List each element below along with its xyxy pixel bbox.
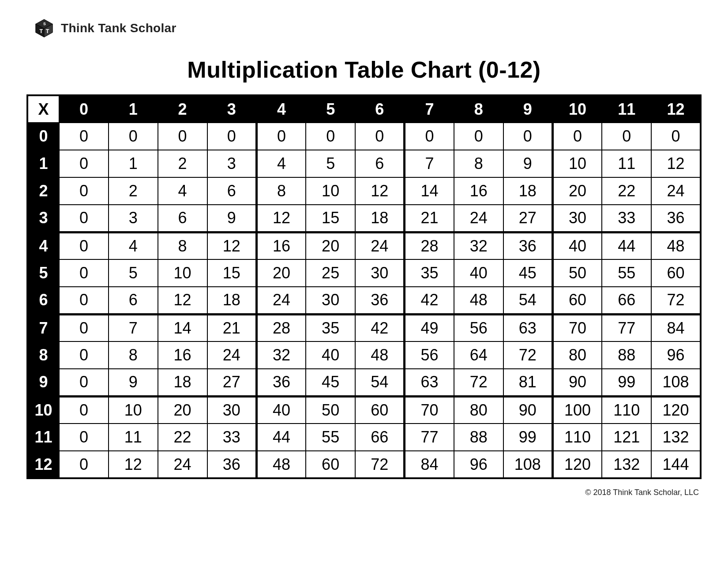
table-cell: 21 bbox=[207, 314, 257, 341]
col-header: 2 bbox=[158, 95, 207, 123]
table-cell: 24 bbox=[651, 177, 701, 205]
table-cell: 84 bbox=[405, 451, 454, 478]
table-cell: 30 bbox=[552, 205, 602, 232]
table-cell: 99 bbox=[503, 424, 553, 451]
table-cell: 55 bbox=[306, 424, 355, 451]
table-cell: 5 bbox=[109, 259, 158, 287]
row-header: 2 bbox=[27, 177, 59, 205]
table-cell: 7 bbox=[109, 314, 158, 341]
table-cell: 42 bbox=[355, 314, 405, 341]
table-cell: 48 bbox=[355, 341, 405, 369]
svg-text:T: T bbox=[46, 28, 49, 34]
table-cell: 132 bbox=[602, 451, 651, 478]
table-cell: 60 bbox=[552, 287, 602, 314]
page-title: Multiplication Table Chart (0-12) bbox=[26, 56, 702, 83]
table-cell: 3 bbox=[109, 205, 158, 232]
brand-logo-icon: T T S bbox=[34, 18, 55, 39]
table-cell: 20 bbox=[256, 259, 306, 287]
table-cell: 12 bbox=[158, 287, 207, 314]
table-cell: 27 bbox=[503, 205, 553, 232]
table-cell: 5 bbox=[306, 150, 355, 177]
table-row: 00000000000000 bbox=[27, 123, 701, 150]
table-cell: 15 bbox=[207, 259, 257, 287]
table-cell: 0 bbox=[59, 424, 109, 451]
table-cell: 18 bbox=[503, 177, 553, 205]
table-cell: 11 bbox=[602, 150, 651, 177]
table-cell: 44 bbox=[256, 424, 306, 451]
table-cell: 80 bbox=[454, 396, 503, 424]
table-cell: 10 bbox=[306, 177, 355, 205]
header-row: X 0 1 2 3 4 5 6 7 8 9 10 11 12 bbox=[27, 95, 701, 123]
table-cell: 8 bbox=[454, 150, 503, 177]
table-cell: 8 bbox=[158, 232, 207, 259]
row-header: 10 bbox=[27, 396, 59, 424]
table-cell: 27 bbox=[207, 369, 257, 396]
table-body: 0000000000000010123456789101112202468101… bbox=[27, 123, 701, 478]
row-header: 1 bbox=[27, 150, 59, 177]
table-cell: 32 bbox=[256, 341, 306, 369]
col-header: 9 bbox=[503, 95, 553, 123]
table-row: 7071421283542495663707784 bbox=[27, 314, 701, 341]
row-header: 7 bbox=[27, 314, 59, 341]
table-cell: 12 bbox=[207, 232, 257, 259]
table-cell: 7 bbox=[405, 150, 454, 177]
table-cell: 11 bbox=[109, 424, 158, 451]
table-row: 5051015202530354045505560 bbox=[27, 259, 701, 287]
row-header: 5 bbox=[27, 259, 59, 287]
table-cell: 72 bbox=[454, 369, 503, 396]
table-cell: 18 bbox=[158, 369, 207, 396]
table-cell: 96 bbox=[454, 451, 503, 478]
table-cell: 8 bbox=[109, 341, 158, 369]
table-cell: 54 bbox=[503, 287, 553, 314]
col-header: 8 bbox=[454, 95, 503, 123]
table-cell: 60 bbox=[651, 259, 701, 287]
table-cell: 90 bbox=[552, 369, 602, 396]
corner-cell: X bbox=[27, 95, 59, 123]
footer-copyright: © 2018 Think Tank Scholar, LLC bbox=[26, 479, 702, 497]
table-cell: 0 bbox=[651, 123, 701, 150]
table-cell: 36 bbox=[355, 287, 405, 314]
table-cell: 4 bbox=[256, 150, 306, 177]
col-header: 11 bbox=[602, 95, 651, 123]
table-cell: 36 bbox=[256, 369, 306, 396]
table-cell: 25 bbox=[306, 259, 355, 287]
table-cell: 56 bbox=[405, 341, 454, 369]
table-cell: 0 bbox=[602, 123, 651, 150]
table-cell: 45 bbox=[306, 369, 355, 396]
row-header: 12 bbox=[27, 451, 59, 478]
col-header: 1 bbox=[109, 95, 158, 123]
table-cell: 2 bbox=[158, 150, 207, 177]
table-cell: 28 bbox=[256, 314, 306, 341]
table-cell: 22 bbox=[602, 177, 651, 205]
table-cell: 24 bbox=[355, 232, 405, 259]
table-cell: 9 bbox=[503, 150, 553, 177]
table-cell: 44 bbox=[602, 232, 651, 259]
table-cell: 50 bbox=[552, 259, 602, 287]
table-cell: 90 bbox=[503, 396, 553, 424]
table-row: 8081624324048566472808896 bbox=[27, 341, 701, 369]
table-cell: 48 bbox=[651, 232, 701, 259]
table-cell: 18 bbox=[207, 287, 257, 314]
table-cell: 121 bbox=[602, 424, 651, 451]
table-cell: 9 bbox=[207, 205, 257, 232]
table-cell: 35 bbox=[306, 314, 355, 341]
table-cell: 0 bbox=[59, 314, 109, 341]
table-cell: 66 bbox=[602, 287, 651, 314]
table-cell: 0 bbox=[59, 451, 109, 478]
table-cell: 16 bbox=[158, 341, 207, 369]
multiplication-table: X 0 1 2 3 4 5 6 7 8 9 10 11 12 000000000… bbox=[26, 94, 702, 479]
table-cell: 110 bbox=[552, 424, 602, 451]
row-header: 4 bbox=[27, 232, 59, 259]
table-cell: 6 bbox=[158, 205, 207, 232]
table-row: 30369121518212427303336 bbox=[27, 205, 701, 232]
table-cell: 48 bbox=[454, 287, 503, 314]
table-cell: 35 bbox=[405, 259, 454, 287]
table-cell: 99 bbox=[602, 369, 651, 396]
col-header: 12 bbox=[651, 95, 701, 123]
table-cell: 110 bbox=[602, 396, 651, 424]
table-cell: 88 bbox=[454, 424, 503, 451]
table-cell: 12 bbox=[355, 177, 405, 205]
table-cell: 0 bbox=[158, 123, 207, 150]
table-cell: 21 bbox=[405, 205, 454, 232]
table-cell: 18 bbox=[355, 205, 405, 232]
